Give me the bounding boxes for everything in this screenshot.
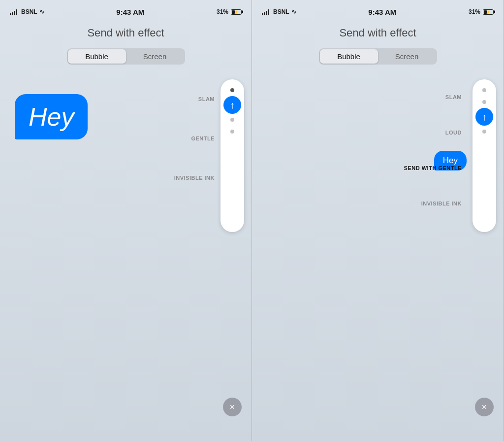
- bubble-text-large: Hey: [15, 94, 88, 139]
- title-left: Send with effect: [0, 27, 252, 39]
- send-button-left[interactable]: ↑: [223, 96, 241, 114]
- battery-pct-right: 31%: [469, 8, 480, 15]
- segment-bubble-right[interactable]: Bubble: [320, 49, 378, 64]
- effect-gentle-left[interactable]: GENTLE: [191, 119, 220, 158]
- time-left: 9:43 AM: [116, 8, 144, 16]
- picker-dot-3-left: [230, 130, 234, 134]
- invisible-label-right: INVISIBLE INK: [421, 201, 462, 206]
- send-icon-right: ↑: [482, 111, 487, 123]
- picker-dot-1-left: [230, 88, 234, 92]
- picker-dot-3-right: [482, 130, 486, 134]
- gentle-label-right: SEND WITH GENTLE: [404, 165, 462, 171]
- battery-icon-left: ⚡: [231, 9, 242, 15]
- signal-icon-right: [262, 9, 269, 15]
- carrier-left: BSNL: [21, 8, 37, 15]
- effect-slam-right[interactable]: SLAM: [368, 79, 467, 115]
- loud-label-right: LOUD: [445, 130, 462, 136]
- wifi-icon-right: ∿: [291, 8, 296, 15]
- close-icon-left: ✕: [229, 403, 235, 411]
- close-icon-right: ✕: [481, 403, 487, 411]
- picker-dot-1-right: [482, 88, 486, 92]
- slam-label-left: SLAM: [198, 96, 215, 102]
- effect-area-left: Hey SLAM GENTLE INVISIBLE INK ↑: [0, 79, 252, 441]
- status-right-right: 31% ⚡: [469, 8, 494, 15]
- effect-slam-left[interactable]: SLAM: [198, 79, 220, 119]
- effect-invisible-left[interactable]: INVISIBLE INK: [174, 158, 220, 198]
- status-left-right: BSNL ∿: [262, 8, 296, 15]
- status-right-left: 31% ⚡: [217, 8, 242, 15]
- segment-bubble-left[interactable]: Bubble: [68, 49, 126, 64]
- message-bubble-slam: Hey: [15, 94, 88, 139]
- left-phone-panel: BSNL ∿ 9:43 AM 31% ⚡ Send with effect Bu…: [0, 0, 252, 441]
- signal-icon: [10, 9, 17, 15]
- segment-control-right: Bubble Screen: [319, 48, 437, 65]
- effect-gentle-right[interactable]: SEND WITH GENTLE: [368, 150, 467, 186]
- send-icon-left: ↑: [230, 100, 235, 111]
- carrier-right: BSNL: [273, 8, 289, 15]
- send-button-right[interactable]: ↑: [475, 108, 493, 126]
- close-button-right[interactable]: ✕: [475, 398, 494, 416]
- right-phone-panel: BSNL ∿ 9:43 AM 31% ⚡ Send with effect Bu…: [252, 0, 504, 441]
- status-bar-left: BSNL ∿ 9:43 AM 31% ⚡: [0, 0, 252, 22]
- effects-list-right: SLAM LOUD SEND WITH GENTLE INVISIBLE INK: [368, 79, 467, 221]
- wifi-icon-left: ∿: [39, 8, 44, 15]
- invisible-label-left: INVISIBLE INK: [174, 175, 215, 181]
- segment-control-left: Bubble Screen: [67, 48, 185, 65]
- effects-list-left: SLAM GENTLE INVISIBLE INK: [174, 79, 220, 198]
- picker-track-left: ↑: [220, 79, 244, 232]
- segment-screen-right[interactable]: Screen: [378, 49, 436, 64]
- slam-label-right: SLAM: [445, 94, 462, 100]
- status-bar-right: BSNL ∿ 9:43 AM 31% ⚡: [252, 0, 504, 22]
- title-right: Send with effect: [252, 27, 504, 39]
- time-right: 9:43 AM: [368, 8, 396, 16]
- picker-track-right: ↑: [472, 79, 496, 232]
- battery-pct-left: 31%: [217, 8, 228, 15]
- picker-dot-2-left: [230, 118, 234, 122]
- picker-dot-2-right: [482, 100, 486, 104]
- segment-screen-left[interactable]: Screen: [126, 49, 184, 64]
- status-left-left: BSNL ∿: [10, 8, 44, 15]
- effect-area-right: Hey SLAM LOUD SEND WITH GENTLE INVISIBLE…: [252, 79, 504, 441]
- gentle-label-left: GENTLE: [191, 136, 215, 141]
- effect-invisible-right[interactable]: INVISIBLE INK: [368, 186, 467, 221]
- effect-loud-right[interactable]: LOUD: [368, 115, 467, 150]
- battery-icon-right: ⚡: [483, 9, 494, 15]
- close-button-left[interactable]: ✕: [223, 398, 242, 416]
